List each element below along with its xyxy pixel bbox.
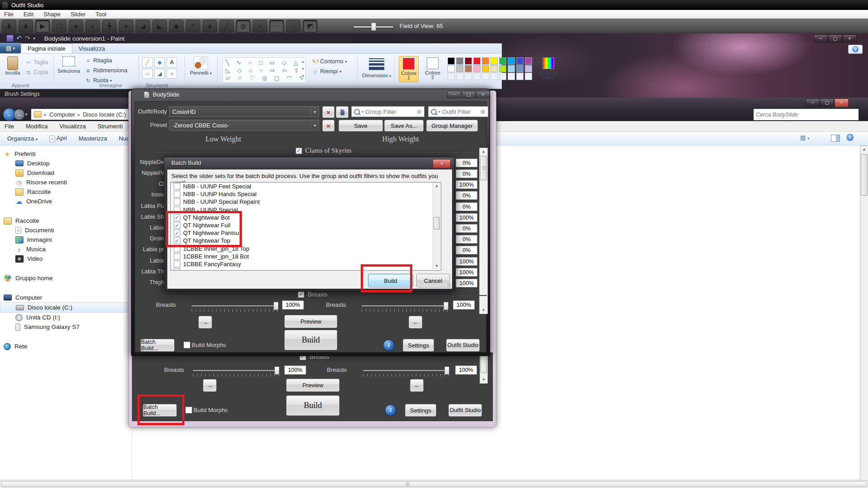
palette-empty-slot[interactable] xyxy=(525,73,532,80)
palette-empty-slot[interactable] xyxy=(508,73,515,80)
palette-swatch[interactable] xyxy=(473,57,481,65)
shapes-grid[interactable]: ╲ ∿ ○ □ ▭ ◇ △ ◺ ◇ ⌂ ○ ⇨ ⇦ ⇧ ▱ ☆ ♡ ◎ ▢ ◠ … xyxy=(222,57,306,83)
minimize-button[interactable]: ─ xyxy=(814,34,828,43)
shape-glyph-row[interactable]: ◺ ◇ ⌂ ○ ⇨ ⇦ ⇧ xyxy=(226,66,302,74)
item-checkbox[interactable] xyxy=(174,261,180,267)
move-tool-icon[interactable]: ╋ xyxy=(102,20,117,33)
magnifier-tool-icon[interactable]: ○ xyxy=(166,69,177,79)
edit-colors-button[interactable]: Modificacolori xyxy=(537,56,560,81)
preset-combo[interactable]: -Zeroed CBBE Cosio-▾ xyxy=(169,120,319,131)
palette-swatch[interactable] xyxy=(525,65,532,72)
tab-pagina-iniziale[interactable]: Pagina iniziale xyxy=(21,43,72,53)
breadcrumb-computer[interactable]: Computer xyxy=(49,111,75,118)
palette-swatch[interactable] xyxy=(482,57,489,65)
sidebar-item-desktop[interactable]: Desktop xyxy=(0,159,130,168)
crop-button[interactable]: ⌗Ritaglia xyxy=(85,57,112,64)
palette-swatch[interactable] xyxy=(473,65,481,72)
outfit-body-combo[interactable]: CosioHD▾ xyxy=(169,106,319,117)
item-checkbox[interactable] xyxy=(174,268,180,271)
pen-tool-icon[interactable]: ╱ xyxy=(219,20,234,33)
nav-dropdown-icon[interactable]: ▾ xyxy=(25,112,28,117)
help-icon[interactable]: ? xyxy=(846,134,854,141)
select-button[interactable]: Seleziona xyxy=(57,56,80,74)
palette-empty-slot[interactable] xyxy=(482,73,489,80)
sidebar-item-rete[interactable]: Rete xyxy=(0,342,130,351)
palette-empty-slot[interactable] xyxy=(448,73,455,80)
cancel-button[interactable]: Cancel xyxy=(416,274,450,287)
settings-button[interactable]: Settings xyxy=(403,339,434,352)
vertical-scrollbar[interactable]: ▲ xyxy=(860,145,868,481)
menu-shape[interactable]: Shape xyxy=(43,11,61,18)
build-button[interactable]: Build xyxy=(284,330,337,350)
scroll-up-icon[interactable]: ▲ xyxy=(860,146,868,153)
brush-tool-icon[interactable]: ◢ xyxy=(136,20,150,33)
qat-dropdown-icon[interactable]: ▾ xyxy=(33,36,35,41)
breasts-checkbox[interactable]: ✓ xyxy=(298,291,304,298)
list-scrollbar[interactable]: ▲ ▼ xyxy=(433,183,440,269)
palette-swatch[interactable] xyxy=(491,65,498,72)
tool-icon[interactable]: ♟ xyxy=(19,20,33,33)
close-button[interactable]: × xyxy=(433,159,451,168)
sidebar-item-download[interactable]: ↓Download xyxy=(0,168,130,178)
breasts-slider[interactable] xyxy=(193,370,279,371)
sidebar-item-gruppo-home[interactable]: Gruppo home xyxy=(0,273,130,283)
sidebar-item-musica[interactable]: Musica xyxy=(0,244,130,254)
sidebar-item-computer[interactable]: Computer xyxy=(0,293,130,302)
palette-empty-slot[interactable] xyxy=(516,73,524,80)
palette-swatch[interactable] xyxy=(516,57,524,65)
menu-strumenti[interactable]: Strumenti xyxy=(98,123,123,130)
scroll-down-icon[interactable]: ▼ xyxy=(433,263,440,269)
brushes-button[interactable]: Pennelli ▾ xyxy=(188,56,213,75)
item-checkbox[interactable] xyxy=(174,253,180,260)
group-manager-button[interactable]: Group Manager xyxy=(426,120,478,131)
list-item[interactable]: NBB - UUNP Hands Special xyxy=(171,190,441,198)
outfit-studio-button[interactable]: Outfit Studio xyxy=(448,404,482,417)
undo-icon[interactable]: ↶ xyxy=(16,34,22,42)
copy-button[interactable]: ⧉Copia xyxy=(25,69,48,75)
group-filter-input[interactable]: ▾ Group Filter ⊗ xyxy=(351,106,425,117)
color1-button[interactable]: Colore1 xyxy=(399,56,419,82)
more-tool-icon[interactable]: ⋯ xyxy=(269,20,284,33)
scrollbar-thumb[interactable] xyxy=(434,217,440,230)
sidebar-item-risorse-recenti[interactable]: Risorse recenti xyxy=(0,178,130,187)
save-button[interactable]: Save xyxy=(339,120,383,131)
palette-swatch[interactable] xyxy=(516,65,524,72)
palette-swatch[interactable] xyxy=(448,57,455,65)
tool-icon[interactable]: ∗ xyxy=(119,20,133,33)
item-checkbox[interactable] xyxy=(174,183,180,190)
close-button[interactable]: × xyxy=(835,99,849,107)
palette-swatch[interactable] xyxy=(499,57,506,65)
organizza-button[interactable]: Organizza ▾ xyxy=(7,135,38,142)
cut-button[interactable]: ✂Taglia xyxy=(25,59,48,66)
info-icon[interactable]: i xyxy=(383,339,395,351)
edit-outfit-button[interactable] xyxy=(336,106,349,118)
minimize-button[interactable]: ─ xyxy=(806,99,820,107)
tab-visualizza[interactable]: Visualizza xyxy=(72,44,111,53)
sidebar-item-preferiti[interactable]: Preferiti xyxy=(0,149,130,159)
tool-icon[interactable]: ◦ xyxy=(286,20,301,33)
menu-modifica[interactable]: Modifica xyxy=(26,123,47,130)
outline-button[interactable]: ✎?Contorno▾ xyxy=(312,58,347,65)
group-checkbox[interactable]: ✓ xyxy=(296,148,302,154)
build-morphs-checkbox[interactable] xyxy=(185,407,192,413)
fov-slider-thumb[interactable] xyxy=(371,23,376,31)
sidebar-item-unita-cd[interactable]: Unità CD (I:) xyxy=(0,313,130,322)
shape-glyph-row[interactable]: ╲ ∿ ○ □ ▭ ◇ △ xyxy=(226,59,302,66)
help-icon[interactable]: ? xyxy=(848,45,863,54)
shape-glyph-row[interactable]: ▱ ☆ ♡ ◎ ▢ ◠ ∿ xyxy=(226,74,302,82)
shapes-scroll-icons[interactable]: ▲▼▼ xyxy=(301,58,305,80)
palette-swatch[interactable] xyxy=(482,65,489,72)
preview-button[interactable]: Preview xyxy=(284,315,337,328)
sidebar-item-samsung[interactable]: Samsung Galaxy S7 xyxy=(0,322,130,332)
resize-grip[interactable] xyxy=(447,283,451,288)
sidebar-item-onedrive[interactable]: OneDrive xyxy=(0,197,130,206)
palette-swatch[interactable] xyxy=(508,57,515,65)
brush-tool-icon[interactable]: ◆ xyxy=(169,20,184,33)
tool-icon[interactable]: ♟ xyxy=(2,20,16,33)
delete-preset-button[interactable]: × xyxy=(322,120,335,131)
field-of-view-slider[interactable] xyxy=(353,23,394,30)
brush-tool-icon[interactable]: ◣ xyxy=(152,20,167,33)
palette-empty-slot[interactable] xyxy=(465,73,472,80)
item-checkbox[interactable] xyxy=(174,191,180,197)
sidebar-item-documenti[interactable]: ≡Documenti xyxy=(0,225,130,235)
